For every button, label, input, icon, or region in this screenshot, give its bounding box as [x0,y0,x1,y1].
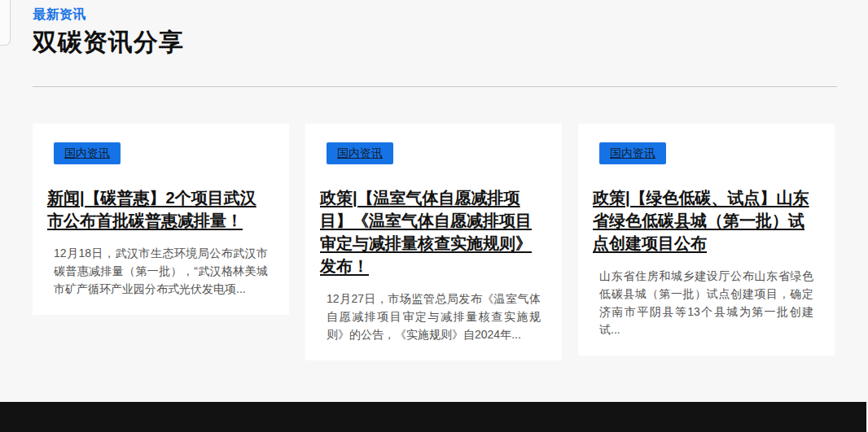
news-card: 国内资讯 政策|【绿色低碳、试点】山东省绿色低碳县城（第一批）试点创建项目公布 … [578,124,835,356]
category-badge[interactable]: 国内资讯 [327,142,393,164]
article-title-link[interactable]: 政策|【绿色低碳、试点】山东省绿色低碳县城（第一批）试点创建项目公布 [593,186,813,255]
news-card: 国内资讯 新闻|【碳普惠】2个项目武汉市公布首批碳普惠减排量！ 12月18日，武… [33,124,289,315]
news-card: 国内资讯 政策|【温室气体自愿减排项目】《温室气体自愿减排项目审定与减排量核查实… [305,124,562,360]
section-divider [33,86,837,87]
category-badge[interactable]: 国内资讯 [54,142,121,164]
article-title-link[interactable]: 政策|【温室气体自愿减排项目】《温室气体自愿减排项目审定与减排量核查实施规则》发… [320,186,541,277]
page-title: 双碳资讯分享 [33,26,836,59]
edge-widget [0,0,11,46]
article-excerpt: 12月18日，武汉市生态环境局公布武汉市碳普惠减排量（第一批），“武汉格林美城市… [54,244,268,298]
article-excerpt: 山东省住房和城乡建设厅公布山东省绿色低碳县城（第一批）试点创建项目，确定济南市平… [599,267,813,338]
news-section: 最新资讯 双碳资讯分享 国内资讯 新闻|【碳普惠】2个项目武汉市公布首批碳普惠减… [33,0,836,360]
footer-bar [0,402,866,432]
article-title-link[interactable]: 新闻|【碳普惠】2个项目武汉市公布首批碳普惠减排量！ [47,186,268,232]
article-excerpt: 12月27日，市场监管总局发布《温室气体自愿减排项目审定与减排量核查实施规则》的… [327,290,541,343]
category-badge[interactable]: 国内资讯 [599,142,666,164]
page: 最新资讯 双碳资讯分享 国内资讯 新闻|【碳普惠】2个项目武汉市公布首批碳普惠减… [0,0,868,432]
section-eyebrow: 最新资讯 [33,7,836,24]
news-card-list: 国内资讯 新闻|【碳普惠】2个项目武汉市公布首批碳普惠减排量！ 12月18日，武… [33,124,836,360]
